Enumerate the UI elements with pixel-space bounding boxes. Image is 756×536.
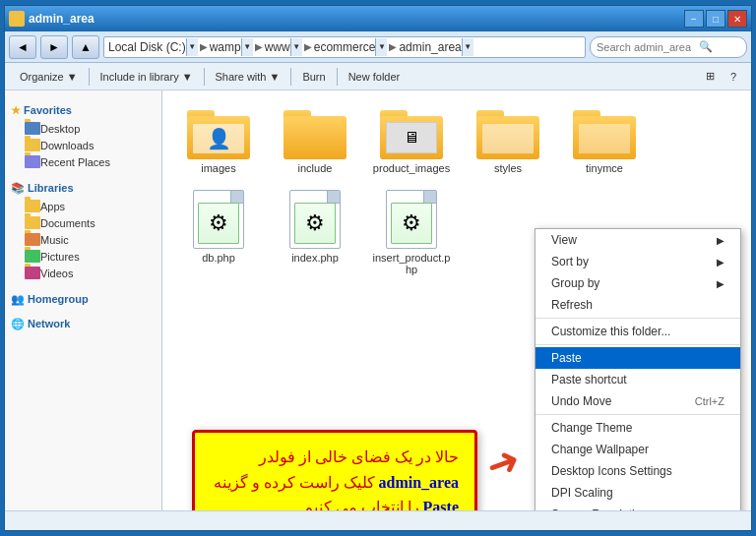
ctx-group-by-label: Group by — [551, 276, 599, 290]
instruction-line3-suffix: را انتخاب می کنیم. — [299, 499, 423, 510]
documents-folder-icon — [25, 216, 40, 229]
organize-label: Organize — [20, 71, 64, 83]
file-item-product-images[interactable]: 🖥 product_images — [367, 102, 456, 178]
sidebar-item-videos[interactable]: Videos — [9, 265, 158, 281]
up-button[interactable]: ▲ — [72, 35, 99, 59]
ctx-sort-by[interactable]: Sort by ▶ — [536, 251, 740, 272]
homegroup-label: Homegroup — [28, 293, 89, 305]
path-dropdown-5[interactable]: ▼ — [462, 38, 473, 56]
desktop-label: Desktop — [40, 123, 80, 135]
file-item-insert-product-php[interactable]: ⚙ insert_product.php — [367, 186, 456, 279]
toolbar-right: ⊞ ? — [699, 66, 743, 88]
views-button[interactable]: ⊞ — [699, 66, 722, 88]
sidebar-item-downloads[interactable]: Downloads — [9, 137, 158, 153]
arrow-indicator: ➜ — [479, 436, 527, 490]
ctx-paste-shortcut[interactable]: Paste shortcut — [536, 369, 740, 390]
back-button[interactable]: ◄ — [9, 35, 36, 59]
homegroup-section[interactable]: 👥 Homegroup — [11, 293, 156, 306]
libraries-section[interactable]: 📚 Libraries — [11, 182, 156, 195]
php-inner-index: ⚙ — [294, 203, 336, 244]
ctx-paste[interactable]: Paste — [536, 347, 740, 369]
ctx-change-theme[interactable]: Change Theme — [536, 417, 740, 439]
address-bar: ◄ ► ▲ Local Disk (C:) ▼ ▶ wamp ▼ ▶ www ▼… — [5, 31, 751, 63]
sidebar-item-pictures[interactable]: Pictures — [9, 248, 158, 265]
folder-label-styles: styles — [494, 162, 522, 174]
sidebar-item-recent-places[interactable]: Recent Places — [9, 153, 158, 170]
include-button[interactable]: Include in library ▼ — [94, 66, 200, 88]
ctx-sep-1 — [536, 318, 740, 319]
libraries-label: Libraries — [28, 182, 73, 194]
ctx-desktop-icons-label: Desktop Icons Settings — [551, 464, 672, 478]
sidebar-item-documents[interactable]: Documents — [9, 214, 158, 231]
ctx-paste-label: Paste — [551, 351, 582, 365]
homegroup-icon: 👥 — [11, 293, 25, 305]
ctx-customize-label: Customize this folder... — [551, 325, 670, 338]
file-item-styles[interactable]: styles — [464, 102, 552, 178]
path-ecommerce: ecommerce — [314, 40, 376, 54]
toolbar-sep-4 — [337, 68, 338, 86]
toolbar-sep-3 — [290, 68, 291, 86]
ctx-view[interactable]: View ▶ — [536, 229, 740, 251]
file-item-tinymce[interactable]: tinymce — [560, 102, 649, 178]
path-dropdown-4[interactable]: ▼ — [375, 38, 387, 56]
maximize-button[interactable]: □ — [706, 10, 725, 28]
include-arrow: ▼ — [182, 71, 193, 83]
path-dropdown-1[interactable]: ▼ — [186, 38, 198, 56]
path-dropdown-3[interactable]: ▼ — [290, 38, 302, 56]
instruction-paste-word: Paste — [423, 499, 459, 510]
ctx-group-by[interactable]: Group by ▶ — [536, 272, 740, 294]
new-folder-button[interactable]: New folder — [342, 66, 408, 88]
burn-button[interactable]: Burn — [295, 66, 332, 88]
favorites-section[interactable]: ★ Favorites — [11, 104, 156, 117]
window-title: admin_area — [29, 12, 684, 26]
file-item-index-php[interactable]: ⚙ index.php — [271, 186, 359, 279]
address-path[interactable]: Local Disk (C:) ▼ ▶ wamp ▼ ▶ www ▼ ▶ eco… — [103, 36, 586, 58]
php-label-index: index.php — [291, 252, 339, 264]
ctx-sep-2 — [536, 344, 740, 345]
help-button[interactable]: ? — [724, 66, 743, 88]
folder-icon-tinymce — [573, 106, 636, 159]
ctx-dpi-scaling[interactable]: DPI Scaling — [536, 482, 740, 504]
videos-label: Videos — [40, 268, 73, 279]
search-box[interactable]: 🔍 — [590, 36, 747, 58]
php-gear-icon-insert: ⚙ — [402, 210, 421, 236]
minimize-button[interactable]: − — [684, 10, 704, 28]
ctx-undo-shortcut: Ctrl+Z — [695, 395, 724, 407]
ctx-desktop-icons[interactable]: Desktop Icons Settings — [536, 460, 740, 482]
sidebar-item-desktop[interactable]: Desktop — [9, 120, 158, 137]
ctx-view-arrow: ▶ — [717, 235, 724, 246]
network-label: Network — [28, 318, 70, 329]
folder-label-images: images — [201, 162, 235, 174]
forward-button[interactable]: ► — [40, 35, 68, 59]
title-bar: admin_area − □ ✕ — [5, 6, 751, 31]
file-item-images[interactable]: 👤 images — [174, 102, 263, 178]
status-bar — [5, 510, 751, 530]
file-item-include[interactable]: include — [271, 102, 359, 178]
ctx-refresh[interactable]: Refresh — [536, 294, 740, 316]
downloads-folder-icon — [25, 139, 40, 151]
sidebar-item-apps[interactable]: Apps — [9, 198, 158, 214]
network-section[interactable]: 🌐 Network — [11, 318, 156, 330]
php-label-insert: insert_product.php — [371, 252, 452, 275]
share-button[interactable]: Share with ▼ — [209, 66, 287, 88]
php-icon-db: ⚙ — [193, 190, 244, 249]
ctx-change-wallpaper[interactable]: Change Wallpaper — [536, 439, 740, 460]
pictures-folder-icon — [25, 250, 40, 263]
php-inner-insert: ⚙ — [391, 203, 432, 244]
close-button[interactable]: ✕ — [727, 10, 747, 28]
php-inner-db: ⚙ — [198, 203, 239, 244]
folder-icon-images: 👤 — [187, 106, 250, 159]
sidebar-item-music[interactable]: Music — [9, 231, 158, 248]
recent-places-label: Recent Places — [40, 156, 110, 168]
ctx-screen-resolution[interactable]: Screen Resolution — [536, 504, 740, 510]
ctx-customize[interactable]: Customize this folder... — [536, 321, 740, 342]
favorites-label: Favorites — [24, 104, 72, 116]
folder-label-tinymce: tinymce — [586, 162, 623, 174]
search-icon: 🔍 — [699, 40, 713, 53]
file-item-db-php[interactable]: ⚙ db.php — [174, 186, 263, 279]
ctx-undo-move-label: Undo Move — [551, 394, 611, 408]
organize-button[interactable]: Organize ▼ — [13, 66, 85, 88]
search-input[interactable] — [597, 41, 695, 53]
ctx-undo-move[interactable]: Undo Move Ctrl+Z — [536, 390, 740, 412]
path-dropdown-2[interactable]: ▼ — [241, 38, 253, 56]
